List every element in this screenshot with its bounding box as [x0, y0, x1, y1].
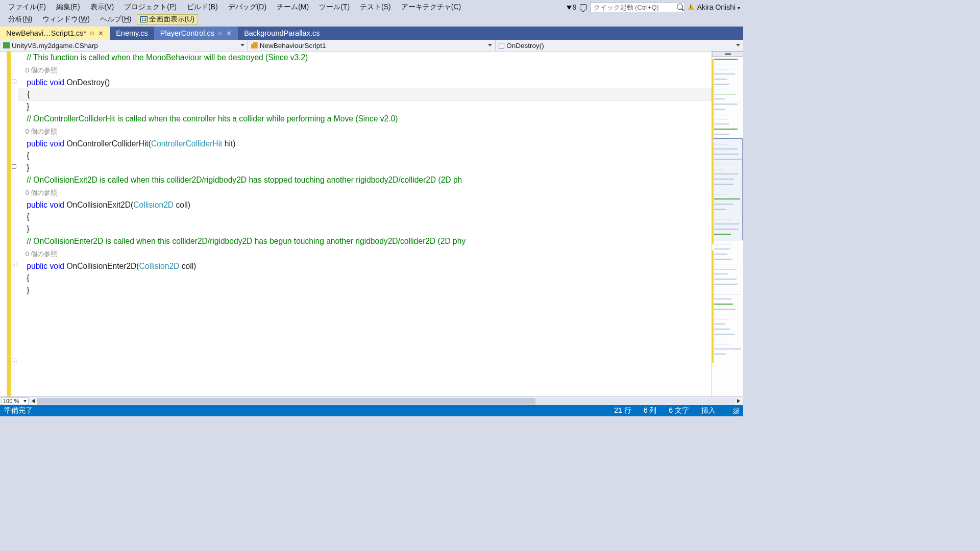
nav-project-dropdown[interactable]: UnityVS.my2dgame.CSharp	[0, 40, 248, 51]
tab-PlayerControl-cs[interactable]: PlayerControl.cs✕	[154, 27, 238, 40]
zoom-dropdown[interactable]: 100 %	[1, 397, 29, 405]
pin-icon[interactable]	[218, 32, 222, 35]
menu-編集[interactable]: 編集(E)	[51, 2, 85, 12]
code-editor[interactable]: ---- // This function is called when the…	[0, 52, 743, 396]
fold-toggle[interactable]: -	[12, 164, 16, 169]
navigation-bar: UnityVS.my2dgame.CSharp NewBehaviourScri…	[0, 40, 743, 52]
editor-bottom-bar: 100 %	[0, 396, 743, 405]
change-tracking-margin	[7, 52, 11, 396]
status-chars: 6 文字	[669, 406, 689, 415]
menu-ファイル[interactable]: ファイル(F)	[3, 2, 51, 12]
status-bar: 準備完了 21 行 6 列 6 文字 挿入	[0, 405, 743, 416]
class-icon	[251, 42, 258, 48]
menu-プロジェクト[interactable]: プロジェクト(P)	[119, 2, 182, 12]
status-line: 21 行	[614, 406, 631, 415]
menu-ウィンドウ[interactable]: ウィンドウ(W)	[37, 14, 95, 24]
code-area[interactable]: // This function is called when the Mono…	[18, 52, 712, 396]
document-tabs: NewBehavi…Script1.cs*✕Enemy.csPlayerCont…	[0, 27, 743, 40]
menu-デバッグ[interactable]: デバッグ(D)	[223, 2, 272, 12]
scrollbar-map[interactable]	[712, 52, 743, 396]
menu-チーム[interactable]: チーム(M)	[272, 2, 314, 12]
user-name[interactable]: Akira Onishi ▾	[697, 3, 740, 11]
status-insert: 挿入	[701, 406, 716, 415]
menu-表示[interactable]: 表示(V)	[85, 2, 119, 12]
status-column: 6 列	[644, 406, 657, 415]
menu-bar: ファイル(F)編集(E)表示(V)プロジェクト(P)ビルド(B)デバッグ(D)チ…	[0, 0, 743, 14]
pin-icon[interactable]	[90, 32, 94, 35]
search-icon	[677, 4, 683, 10]
horizontal-scrollbar[interactable]	[30, 397, 742, 405]
outline-margin[interactable]: ----	[11, 52, 18, 396]
close-icon[interactable]: ✕	[226, 30, 232, 37]
fold-toggle[interactable]: -	[12, 359, 16, 363]
fold-toggle[interactable]: -	[12, 80, 16, 84]
indicator-margin	[0, 52, 7, 396]
flag-icon	[567, 6, 572, 10]
menu-ビルド[interactable]: ビルド(B)	[182, 2, 223, 12]
menu-ヘルプ[interactable]: ヘルプ(H)	[95, 14, 136, 24]
nav-member-dropdown[interactable]: OnDestroy()	[496, 40, 743, 51]
quick-launch-input[interactable]: クイック起動 (Ctrl+Q)	[590, 2, 685, 12]
resize-grip-icon[interactable]	[733, 408, 739, 414]
method-icon	[499, 43, 504, 48]
fold-toggle[interactable]: -	[12, 262, 16, 266]
split-handle[interactable]	[712, 52, 743, 57]
tab-Enemy-cs[interactable]: Enemy.cs	[110, 27, 154, 40]
menu-アーキテクチャ[interactable]: アーキテクチャ(C)	[396, 2, 466, 12]
menu-ツール[interactable]: ツール(T)	[314, 2, 355, 12]
project-icon	[3, 42, 10, 48]
fullscreen-icon	[140, 16, 148, 22]
close-icon[interactable]: ✕	[98, 30, 104, 37]
tab-NewBehavi-Script1-cs-[interactable]: NewBehavi…Script1.cs*✕	[0, 27, 110, 40]
feedback-icon[interactable]	[580, 4, 587, 10]
status-ready: 準備完了	[4, 406, 33, 415]
notifications[interactable]: 9	[567, 3, 577, 11]
tab-BackgroundParallax-cs[interactable]: BackgroundParallax.cs	[238, 27, 326, 40]
nav-class-dropdown[interactable]: NewBehaviourScript1	[248, 40, 496, 51]
menu-テスト[interactable]: テスト(S)	[355, 2, 396, 12]
menu-分析[interactable]: 分析(N)	[3, 14, 37, 24]
menu-bar-2: 分析(N)ウィンドウ(W)ヘルプ(H) 全画面表示(U)	[0, 14, 743, 27]
warning-icon[interactable]	[688, 4, 694, 10]
fullscreen-button[interactable]: 全画面表示(U)	[137, 14, 198, 24]
